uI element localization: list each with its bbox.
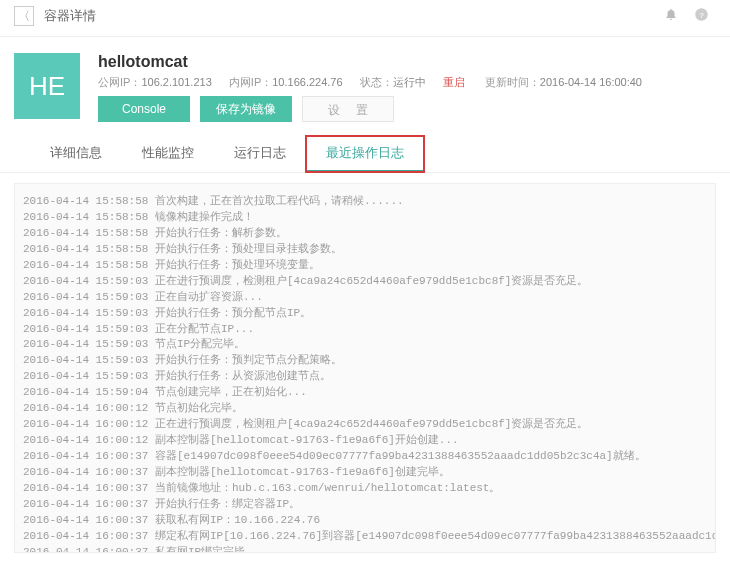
log-line: 2016-04-14 15:59:03 开始执行任务：预分配节点IP。 xyxy=(23,306,707,322)
log-line: 2016-04-14 16:00:37 私有网IP绑定完毕。 xyxy=(23,545,707,553)
status-label: 状态： xyxy=(360,76,393,88)
log-line: 2016-04-14 15:59:03 开始执行任务：从资源池创建节点。 xyxy=(23,369,707,385)
log-line: 2016-04-14 16:00:37 副本控制器[hellotomcat-91… xyxy=(23,465,707,481)
container-name: hellotomcat xyxy=(98,53,656,71)
chevron-left-icon: 〈 xyxy=(18,8,30,25)
meta: hellotomcat 公网IP：106.2.101.213 内网IP：10.1… xyxy=(98,53,656,122)
log-panel: 2016-04-14 15:58:58 首次构建，正在首次拉取工程代码，请稍候.… xyxy=(14,183,716,553)
log-line: 2016-04-14 16:00:37 开始执行任务：绑定容器IP。 xyxy=(23,497,707,513)
update-time: 2016-04-14 16:00:40 xyxy=(540,76,642,88)
save-image-button[interactable]: 保存为镜像 xyxy=(200,96,292,122)
console-button[interactable]: Console xyxy=(98,96,190,122)
log-line: 2016-04-14 16:00:12 节点初始化完毕。 xyxy=(23,401,707,417)
help-icon[interactable]: ? xyxy=(686,7,716,26)
page-title: 容器详情 xyxy=(44,7,96,25)
log-line: 2016-04-14 15:59:03 节点IP分配完毕。 xyxy=(23,337,707,353)
private-ip-label: 内网IP： xyxy=(229,76,272,88)
log-line: 2016-04-14 15:59:04 节点创建完毕，正在初始化... xyxy=(23,385,707,401)
log-line: 2016-04-14 15:59:03 开始执行任务：预判定节点分配策略。 xyxy=(23,353,707,369)
tabs: 详细信息性能监控运行日志最近操作日志 xyxy=(0,136,730,173)
update-label: 更新时间： xyxy=(485,76,540,88)
log-line: 2016-04-14 16:00:37 绑定私有网IP[10.166.224.7… xyxy=(23,529,707,545)
log-line: 2016-04-14 15:58:58 镜像构建操作完成！ xyxy=(23,210,707,226)
log-line: 2016-04-14 15:59:03 正在进行预调度，检测租户[4ca9a24… xyxy=(23,274,707,290)
tab-0[interactable]: 详细信息 xyxy=(30,136,122,172)
log-line: 2016-04-14 15:59:03 正在自动扩容资源... xyxy=(23,290,707,306)
log-line: 2016-04-14 16:00:37 当前镜像地址：hub.c.163.com… xyxy=(23,481,707,497)
back-button[interactable]: 〈 xyxy=(14,6,34,26)
log-line: 2016-04-14 15:59:03 正在分配节点IP... xyxy=(23,322,707,338)
status-value: 运行中 xyxy=(393,76,426,88)
avatar: HE xyxy=(14,53,80,119)
log-line: 2016-04-14 16:00:12 正在进行预调度，检测租户[4ca9a24… xyxy=(23,417,707,433)
public-ip: 106.2.101.213 xyxy=(141,76,211,88)
log-line: 2016-04-14 15:58:58 开始执行任务：解析参数。 xyxy=(23,226,707,242)
bell-icon[interactable] xyxy=(656,7,686,25)
log-line: 2016-04-14 16:00:37 获取私有网IP：10.166.224.7… xyxy=(23,513,707,529)
log-line: 2016-04-14 15:58:58 开始执行任务：预处理环境变量。 xyxy=(23,258,707,274)
svg-text:?: ? xyxy=(699,10,704,19)
info-line: 公网IP：106.2.101.213 内网IP：10.166.224.76 状态… xyxy=(98,75,656,90)
redeploy-link[interactable]: 重启 xyxy=(443,76,465,88)
settings-button[interactable]: 设 置 xyxy=(302,96,394,122)
tab-1[interactable]: 性能监控 xyxy=(122,136,214,172)
private-ip: 10.166.224.76 xyxy=(272,76,342,88)
tab-2[interactable]: 运行日志 xyxy=(214,136,306,172)
log-line: 2016-04-14 16:00:37 容器[e14907dc098f0eee5… xyxy=(23,449,707,465)
log-line: 2016-04-14 15:58:58 开始执行任务：预处理目录挂载参数。 xyxy=(23,242,707,258)
log-line: 2016-04-14 15:58:58 首次构建，正在首次拉取工程代码，请稍候.… xyxy=(23,194,707,210)
header: HE hellotomcat 公网IP：106.2.101.213 内网IP：1… xyxy=(0,37,730,132)
tab-3[interactable]: 最近操作日志 xyxy=(306,136,424,172)
header-buttons: Console 保存为镜像 设 置 xyxy=(98,96,656,122)
log-line: 2016-04-14 16:00:12 副本控制器[hellotomcat-91… xyxy=(23,433,707,449)
top-bar: 〈 容器详情 ? xyxy=(0,0,730,37)
public-ip-label: 公网IP： xyxy=(98,76,141,88)
